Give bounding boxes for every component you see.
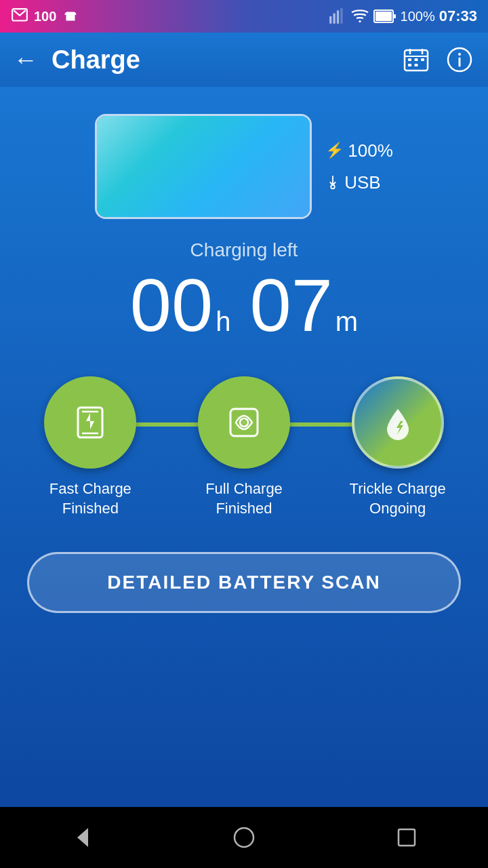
back-nav-button[interactable] xyxy=(61,817,102,858)
detailed-battery-scan-button[interactable]: DETAILED BATTERY SCAN xyxy=(27,552,461,613)
svg-rect-2 xyxy=(333,14,335,24)
trickle-charge-icon xyxy=(378,402,418,443)
svg-rect-3 xyxy=(336,10,338,24)
home-nav-button[interactable] xyxy=(224,817,264,858)
header-actions xyxy=(401,45,474,75)
charge-stages: Fast Charge Finished Full Charge Finishe… xyxy=(14,376,474,518)
hours-unit: h xyxy=(216,307,230,337)
wifi-icon xyxy=(350,7,369,25)
recent-nav-button[interactable] xyxy=(386,817,427,858)
fast-charge-icon xyxy=(70,402,110,443)
svg-rect-13 xyxy=(408,58,411,61)
battery-connection-value: USB xyxy=(344,172,380,193)
battery-percent-info: ⚡ 100% xyxy=(325,140,393,161)
svg-rect-8 xyxy=(394,14,396,18)
charging-time-display: 00 h 07 m xyxy=(130,268,358,342)
full-charge-label: Full Charge Finished xyxy=(205,479,283,518)
back-nav-icon xyxy=(69,825,94,850)
home-nav-icon xyxy=(232,825,256,850)
charging-hours: 00 xyxy=(130,268,213,342)
svg-marker-27 xyxy=(77,828,88,847)
battery-info: ⚡ 100% USB xyxy=(325,140,393,193)
svg-rect-14 xyxy=(415,58,418,61)
charging-left-label: Charging left xyxy=(190,239,298,261)
usb-icon xyxy=(325,175,340,190)
level-icon: 100 xyxy=(34,9,56,24)
header: ← Charge xyxy=(0,33,488,87)
battery-graphic xyxy=(95,114,312,219)
status-right-icons: 100% 07:33 xyxy=(329,7,477,25)
status-left-icons: 100 xyxy=(11,7,79,25)
navigation-bar xyxy=(0,807,488,868)
back-button[interactable]: ← xyxy=(14,45,38,74)
fast-charge-label: Fast Charge Finished xyxy=(49,479,131,518)
notification-icon1 xyxy=(11,7,28,25)
page-title: Charge xyxy=(52,45,401,75)
battery-fill xyxy=(97,116,310,217)
stage-fast-charge: Fast Charge Finished xyxy=(14,376,167,518)
trickle-charge-label: Trickle Charge Ongoing xyxy=(350,479,446,518)
battery-percent-label: 100% xyxy=(401,9,435,24)
stage-trickle-charge: Trickle Charge Ongoing xyxy=(321,376,474,518)
battery-tip xyxy=(311,150,312,184)
svg-rect-15 xyxy=(421,58,424,61)
svg-rect-16 xyxy=(408,64,411,66)
stage-full-charge: Full Charge Finished xyxy=(167,376,321,518)
battery-usb-info: USB xyxy=(325,172,393,193)
info-icon xyxy=(447,47,472,73)
battery-display: ⚡ 100% USB xyxy=(95,114,393,219)
calendar-icon xyxy=(403,47,429,72)
clock: 07:33 xyxy=(439,7,477,25)
svg-rect-1 xyxy=(329,16,331,24)
fast-charge-icon-circle xyxy=(44,376,136,469)
minutes-unit: m xyxy=(336,307,358,337)
lightning-icon: ⚡ xyxy=(325,142,344,159)
svg-rect-10 xyxy=(405,56,428,57)
svg-rect-17 xyxy=(415,64,418,66)
svg-point-28 xyxy=(235,828,253,847)
status-bar: 100 100% 07:33 xyxy=(0,0,488,33)
svg-rect-29 xyxy=(399,829,415,846)
android-icon xyxy=(62,7,79,25)
info-button[interactable] xyxy=(445,45,474,75)
full-charge-icon xyxy=(224,402,264,443)
recent-nav-icon xyxy=(394,825,419,850)
svg-point-21 xyxy=(331,185,336,189)
calendar-button[interactable] xyxy=(401,45,431,75)
trickle-charge-icon-circle xyxy=(352,376,444,469)
battery-frame-icon xyxy=(373,8,396,24)
svg-point-20 xyxy=(458,53,461,56)
battery-percent-value: 100% xyxy=(348,140,393,161)
svg-rect-4 xyxy=(340,8,342,24)
signal-icon xyxy=(329,7,346,25)
svg-point-5 xyxy=(359,20,361,22)
charging-minutes: 07 xyxy=(249,268,332,342)
svg-rect-7 xyxy=(375,12,392,21)
main-content: ⚡ 100% USB Charging left 00 h 07 m xyxy=(0,87,488,807)
full-charge-icon-circle xyxy=(198,376,290,469)
